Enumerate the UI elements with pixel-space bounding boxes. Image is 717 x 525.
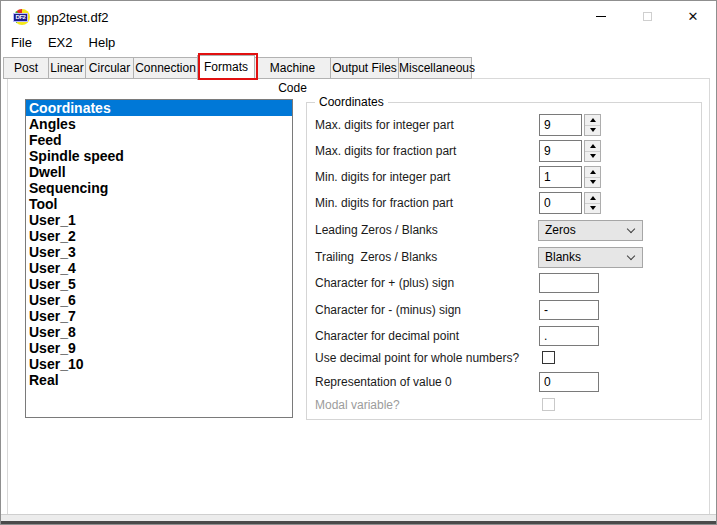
format-list-item-user-5[interactable]: User_5 bbox=[26, 276, 292, 292]
spinner-up-button[interactable] bbox=[585, 115, 600, 125]
tab-circular[interactable]: Circular bbox=[85, 57, 134, 79]
field-label: Use decimal point for whole numbers? bbox=[315, 351, 519, 365]
chevron-down-icon bbox=[627, 252, 635, 260]
decimal-point-whole-numbers-checkbox[interactable] bbox=[542, 351, 555, 364]
format-list-item-angles[interactable]: Angles bbox=[26, 116, 292, 132]
field-label: Character for decimal point bbox=[315, 326, 459, 346]
chevron-down-icon bbox=[627, 225, 635, 233]
tab-post[interactable]: Post bbox=[3, 57, 49, 79]
spinner-down-button[interactable] bbox=[585, 151, 600, 162]
df2-icon-label: DF2 bbox=[13, 13, 28, 22]
spinner-up-button[interactable] bbox=[585, 193, 600, 203]
field-label: Character for + (plus) sign bbox=[315, 273, 454, 293]
max-fraction-digits-stepper bbox=[584, 140, 601, 162]
min-integer-digits-input[interactable] bbox=[539, 166, 582, 188]
field-row: Representation of value 0 bbox=[307, 372, 701, 394]
field-row: Character for - (minus) sign bbox=[307, 300, 701, 322]
format-list-item-feed[interactable]: Feed bbox=[26, 132, 292, 148]
spinner-down-button[interactable] bbox=[585, 177, 600, 188]
up-arrow-icon bbox=[590, 196, 596, 200]
up-arrow-icon bbox=[590, 144, 596, 148]
trailing-zeros-dropdown[interactable]: Blanks bbox=[538, 247, 643, 268]
decimal-point-input[interactable] bbox=[539, 326, 599, 346]
down-arrow-icon bbox=[590, 206, 596, 210]
format-list-item-coordinates[interactable]: Coordinates bbox=[26, 100, 292, 116]
spinner-up-button[interactable] bbox=[585, 141, 600, 151]
format-list-item-spindle-speed[interactable]: Spindle speed bbox=[26, 148, 292, 164]
format-list-item-user-7[interactable]: User_7 bbox=[26, 308, 292, 324]
field-label: Min. digits for integer part bbox=[315, 166, 450, 188]
titlebar: DF2 gpp2test.df2 ✕ bbox=[1, 1, 716, 33]
field-label: Representation of value 0 bbox=[315, 372, 452, 392]
menu-item-ex2[interactable]: EX2 bbox=[40, 33, 81, 53]
format-list-item-user-3[interactable]: User_3 bbox=[26, 244, 292, 260]
value-zero-input[interactable] bbox=[539, 372, 599, 392]
tab-output-files[interactable]: Output Files bbox=[330, 57, 399, 79]
field-row: Min. digits for integer part bbox=[307, 166, 701, 188]
minimize-button[interactable] bbox=[578, 1, 624, 31]
format-list-item-user-8[interactable]: User_8 bbox=[26, 324, 292, 340]
field-label: Leading Zeros / Blanks bbox=[315, 220, 438, 241]
close-button[interactable]: ✕ bbox=[670, 1, 716, 31]
leading-zeros-dropdown[interactable]: Zeros bbox=[538, 220, 643, 241]
down-arrow-icon bbox=[590, 180, 596, 184]
groupbox-title: Coordinates bbox=[315, 95, 388, 109]
field-label: Max. digits for integer part bbox=[315, 114, 454, 136]
tab-linear[interactable]: Linear bbox=[48, 57, 86, 79]
format-list-item-user-9[interactable]: User_9 bbox=[26, 340, 292, 356]
app-window: DF2 gpp2test.df2 ✕ File EX2 Help Post Li… bbox=[0, 0, 717, 525]
field-label: Modal variable? bbox=[315, 398, 400, 412]
field-row: Min. digits for fraction part bbox=[307, 192, 701, 214]
field-row: Max. digits for fraction part bbox=[307, 140, 701, 162]
window-bottom-shadow bbox=[1, 521, 716, 524]
menubar: File EX2 Help bbox=[1, 33, 716, 53]
field-row: Use decimal point for whole numbers? bbox=[307, 351, 701, 365]
window-title: gpp2test.df2 bbox=[37, 10, 109, 25]
format-list-item-tool[interactable]: Tool bbox=[26, 196, 292, 212]
format-list-item-real[interactable]: Real bbox=[26, 372, 292, 388]
menu-item-file[interactable]: File bbox=[3, 33, 40, 53]
close-icon: ✕ bbox=[688, 10, 699, 23]
format-list-item-user-4[interactable]: User_4 bbox=[26, 260, 292, 276]
field-label: Min. digits for fraction part bbox=[315, 192, 453, 214]
up-arrow-icon bbox=[590, 170, 596, 174]
field-label: Trailing Zeros / Blanks bbox=[315, 247, 437, 268]
up-arrow-icon bbox=[590, 118, 596, 122]
spinner-down-button[interactable] bbox=[585, 203, 600, 214]
max-integer-digits-stepper bbox=[584, 114, 601, 136]
tab-formats[interactable]: Formats bbox=[197, 55, 255, 80]
format-list-item-dwell[interactable]: Dwell bbox=[26, 164, 292, 180]
format-list-item-user-2[interactable]: User_2 bbox=[26, 228, 292, 244]
tab-machine-code[interactable]: Machine Code bbox=[254, 57, 331, 79]
field-row: Modal variable? bbox=[307, 398, 701, 412]
format-list: Coordinates Angles Feed Spindle speed Dw… bbox=[25, 99, 293, 418]
max-integer-digits-input[interactable] bbox=[539, 114, 582, 136]
field-row: Character for + (plus) sign bbox=[307, 273, 701, 295]
modal-variable-checkbox bbox=[542, 398, 555, 411]
spinner-up-button[interactable] bbox=[585, 167, 600, 177]
plus-sign-input[interactable] bbox=[539, 273, 599, 293]
max-fraction-digits-input[interactable] bbox=[539, 140, 582, 162]
coordinates-groupbox: Coordinates Max. digits for integer part… bbox=[306, 102, 702, 420]
tab-miscellaneous[interactable]: Miscellaneous bbox=[398, 57, 472, 79]
menu-item-help[interactable]: Help bbox=[81, 33, 124, 53]
format-list-item-user-1[interactable]: User_1 bbox=[26, 212, 292, 228]
spinner-down-button[interactable] bbox=[585, 125, 600, 136]
field-row: Leading Zeros / Blanks Zeros bbox=[307, 220, 701, 242]
min-fraction-digits-input[interactable] bbox=[539, 192, 582, 214]
maximize-icon bbox=[643, 12, 652, 21]
format-list-item-user-6[interactable]: User_6 bbox=[26, 292, 292, 308]
dropdown-value: Zeros bbox=[545, 221, 576, 240]
window-controls: ✕ bbox=[578, 1, 716, 31]
field-row: Character for decimal point bbox=[307, 326, 701, 348]
format-list-item-user-10[interactable]: User_10 bbox=[26, 356, 292, 372]
field-label: Max. digits for fraction part bbox=[315, 140, 456, 162]
down-arrow-icon bbox=[590, 128, 596, 132]
tab-bar: Post Linear Circular Connection Formats … bbox=[3, 54, 472, 79]
down-arrow-icon bbox=[590, 154, 596, 158]
minus-sign-input[interactable] bbox=[539, 300, 599, 320]
minimize-icon bbox=[596, 16, 606, 17]
format-list-item-sequencing[interactable]: Sequencing bbox=[26, 180, 292, 196]
tab-connection[interactable]: Connection bbox=[133, 57, 198, 79]
field-row: Trailing Zeros / Blanks Blanks bbox=[307, 247, 701, 269]
